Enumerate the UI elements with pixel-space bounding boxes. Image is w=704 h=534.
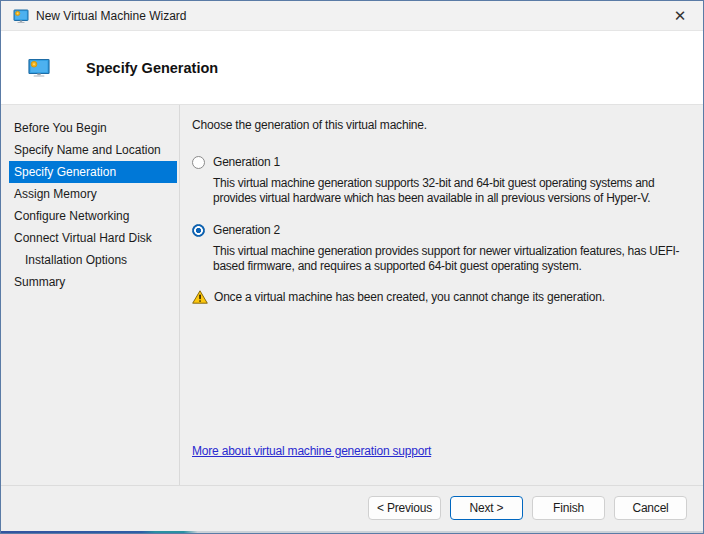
cancel-button[interactable]: Cancel [614, 496, 687, 520]
warning-triangle-icon [192, 290, 208, 304]
sidebar-item-connect-virtual-hard-disk[interactable]: Connect Virtual Hard Disk [9, 227, 177, 249]
next-button[interactable]: Next > [450, 496, 523, 520]
generation-2-label[interactable]: Generation 2 [213, 223, 280, 237]
generation-1-label[interactable]: Generation 1 [213, 155, 280, 169]
sidebar-item-configure-networking[interactable]: Configure Networking [9, 205, 177, 227]
window-title: New Virtual Machine Wizard [36, 9, 187, 23]
vm-monitor-icon [28, 58, 50, 78]
wizard-footer: < Previous Next > Finish Cancel [1, 485, 703, 533]
sidebar-item-specify-name-and-location[interactable]: Specify Name and Location [9, 139, 177, 161]
page-title: Specify Generation [86, 60, 218, 76]
warning-note: Once a virtual machine has been created,… [192, 289, 693, 305]
generation-1-description: This virtual machine generation supports… [213, 176, 693, 205]
finish-button[interactable]: Finish [532, 496, 605, 520]
more-about-generation-link[interactable]: More about virtual machine generation su… [192, 444, 431, 458]
instruction-text: Choose the generation of this virtual ma… [192, 118, 693, 132]
vm-monitor-icon [13, 8, 29, 24]
generation-1-option[interactable]: Generation 1 [192, 155, 693, 169]
sidebar-item-specify-generation[interactable]: Specify Generation [9, 161, 177, 183]
sidebar-item-summary[interactable]: Summary [9, 271, 177, 293]
title-bar[interactable]: New Virtual Machine Wizard ✕ [1, 1, 703, 31]
sidebar-item-before-you-begin[interactable]: Before You Begin [9, 117, 177, 139]
sidebar-item-assign-memory[interactable]: Assign Memory [9, 183, 177, 205]
wizard-header: Specify Generation [1, 31, 703, 105]
generation-2-description: This virtual machine generation provides… [213, 244, 693, 273]
close-icon[interactable]: ✕ [667, 4, 693, 28]
wizard-window: New Virtual Machine Wizard ✕ Specify Gen… [0, 0, 704, 534]
help-link-row: More about virtual machine generation su… [192, 444, 693, 471]
radio-unselected-icon[interactable] [192, 156, 205, 169]
wizard-steps-sidebar: Before You Begin Specify Name and Locati… [1, 105, 180, 485]
sidebar-item-installation-options[interactable]: Installation Options [9, 249, 177, 271]
generation-2-option[interactable]: Generation 2 [192, 223, 693, 237]
radio-selected-icon[interactable] [192, 224, 205, 237]
window-bottom-accent [1, 531, 703, 533]
warning-text: Once a virtual machine has been created,… [214, 289, 605, 305]
page-content: Choose the generation of this virtual ma… [180, 105, 703, 485]
previous-button[interactable]: < Previous [368, 496, 441, 520]
